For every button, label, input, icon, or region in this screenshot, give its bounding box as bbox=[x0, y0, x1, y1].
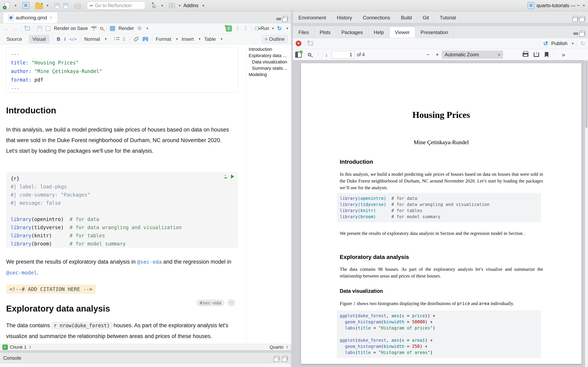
open-in-window-icon[interactable] bbox=[308, 42, 313, 45]
tab-packages[interactable]: Packages bbox=[336, 27, 368, 38]
pdf-viewport[interactable]: Housing Prices Mine Çetinkaya-Rundel Int… bbox=[293, 60, 588, 367]
tab-help[interactable]: Help bbox=[368, 27, 389, 38]
outline-item-modeling[interactable]: Modeling bbox=[249, 71, 291, 78]
chevron-down-icon[interactable]: ▾ bbox=[199, 37, 200, 41]
chevron-down-icon[interactable]: ▾ bbox=[286, 26, 288, 31]
r-code-chunk[interactable]: {r}#| label: load-pkgs#| code-summary: "… bbox=[6, 172, 238, 248]
chevron-down-icon[interactable]: ▾ bbox=[221, 37, 223, 41]
pdf-scrollbar[interactable] bbox=[585, 60, 588, 367]
paragraph-style-dropdown[interactable]: Normal bbox=[84, 36, 100, 42]
publish-button[interactable]: Publish bbox=[551, 41, 567, 46]
render-button[interactable]: Render bbox=[118, 26, 134, 31]
section-options-button[interactable]: ··· bbox=[227, 299, 235, 307]
page-number-input[interactable] bbox=[332, 51, 355, 58]
tab-files[interactable]: Files bbox=[293, 27, 314, 38]
outline-item-introduction[interactable]: Introduction bbox=[249, 46, 291, 52]
numbered-list-icon[interactable]: 1— 2— bbox=[123, 37, 126, 41]
sidebar-toggle-icon[interactable] bbox=[295, 52, 302, 58]
goto-file-input[interactable] bbox=[95, 3, 140, 8]
previous-page-icon[interactable]: ↑ bbox=[316, 52, 319, 58]
spinner-icon[interactable]: ⇕ bbox=[285, 345, 288, 350]
run-button[interactable]: Run ▾ bbox=[255, 26, 274, 31]
open-in-window-icon[interactable] bbox=[25, 26, 30, 31]
chevron-down-icon[interactable]: ▾ bbox=[47, 3, 49, 8]
close-icon[interactable]: × bbox=[49, 15, 52, 20]
print-button[interactable] bbox=[75, 4, 81, 8]
render-on-save-checkbox[interactable] bbox=[46, 26, 51, 31]
pdf-print-icon[interactable] bbox=[523, 53, 528, 57]
outline-item-data-visualization[interactable]: Data visualization bbox=[249, 59, 291, 65]
zoom-out-icon[interactable]: − bbox=[426, 51, 430, 58]
zoom-in-icon[interactable]: + bbox=[435, 51, 439, 58]
tab-viewer[interactable]: Viewer bbox=[389, 27, 415, 38]
refresh-icon[interactable]: ↻ bbox=[580, 40, 585, 47]
save-all-button[interactable] bbox=[63, 3, 69, 8]
chevron-down-icon[interactable]: ▾ bbox=[272, 26, 274, 31]
zoom-level-dropdown[interactable]: Automatic Zoom ∨ bbox=[442, 50, 503, 59]
stop-icon[interactable]: × bbox=[296, 41, 301, 46]
minimize-icon[interactable] bbox=[573, 33, 578, 35]
visual-mode-button[interactable]: Visual bbox=[29, 35, 49, 43]
bold-button[interactable]: B bbox=[57, 36, 60, 42]
source-mode-button[interactable]: Source bbox=[3, 35, 25, 43]
pane-layout-icon[interactable] bbox=[169, 3, 175, 8]
pdf-tools-expand-icon[interactable]: » bbox=[562, 51, 565, 58]
search-icon[interactable] bbox=[100, 27, 103, 30]
maximize-icon[interactable] bbox=[283, 356, 288, 360]
popout-icon[interactable] bbox=[275, 356, 279, 360]
rerun-icon[interactable]: ↻ bbox=[277, 25, 282, 32]
version-control-icon[interactable] bbox=[151, 2, 157, 8]
next-page-icon[interactable]: ↓ bbox=[325, 52, 328, 58]
save-button[interactable] bbox=[54, 3, 60, 8]
new-file-button[interactable]: + bbox=[3, 2, 11, 9]
run-chunks-above-icon[interactable] bbox=[224, 175, 228, 178]
pdf-download-icon[interactable] bbox=[534, 52, 539, 57]
doc-type-selector[interactable]: Quarto bbox=[270, 345, 283, 350]
go-down-icon[interactable]: ⇩ bbox=[243, 25, 248, 32]
open-file-button[interactable] bbox=[35, 4, 43, 9]
spellcheck-icon[interactable]: ABC✓ bbox=[91, 26, 97, 31]
yaml-front-matter[interactable]: ---title: "Housing Prices"author: "Mine … bbox=[6, 47, 238, 92]
chevron-down-icon[interactable]: ▾ bbox=[176, 37, 178, 41]
chevron-down-icon[interactable]: ▾ bbox=[105, 37, 107, 41]
tab-authoring-qmd[interactable]: authoring.qmd × bbox=[3, 12, 58, 23]
pdf-search-icon[interactable] bbox=[308, 53, 311, 56]
chevron-down-icon[interactable]: ▾ bbox=[572, 42, 574, 46]
link-icon[interactable] bbox=[133, 36, 139, 42]
image-icon[interactable] bbox=[143, 37, 148, 42]
goto-file-search[interactable]: ➦ bbox=[87, 2, 145, 9]
tab-git[interactable]: Git bbox=[417, 12, 434, 23]
pdf-bookmark-icon[interactable] bbox=[545, 52, 548, 57]
popout-icon[interactable] bbox=[573, 16, 578, 20]
insert-chunk-button[interactable]: C bbox=[226, 25, 232, 32]
maximize-icon[interactable] bbox=[580, 31, 585, 35]
tab-connections[interactable]: Connections bbox=[357, 12, 396, 23]
chevron-down-icon[interactable]: ▾ bbox=[161, 3, 163, 8]
tab-history[interactable]: History bbox=[332, 12, 358, 23]
run-chunk-icon[interactable] bbox=[231, 175, 234, 179]
tab-presentation[interactable]: Presentation bbox=[415, 27, 454, 38]
scrollbar-thumb[interactable] bbox=[585, 61, 588, 128]
insert-menu[interactable]: Insert bbox=[182, 36, 194, 42]
code-button[interactable]: </> bbox=[69, 37, 77, 42]
chevron-down-icon[interactable]: ▾ bbox=[203, 3, 204, 8]
addins-menu[interactable]: Addins bbox=[183, 3, 198, 8]
tab-environment[interactable]: Environment bbox=[293, 12, 332, 23]
italic-button[interactable]: I bbox=[64, 36, 66, 42]
bullet-list-icon[interactable] bbox=[114, 37, 120, 42]
spinner-icon[interactable]: ⇕ bbox=[29, 345, 32, 350]
chevron-down-icon[interactable]: ▾ bbox=[15, 3, 17, 8]
console-body[interactable] bbox=[0, 363, 291, 367]
chevron-down-icon[interactable]: ▾ bbox=[146, 26, 148, 31]
chevron-down-icon[interactable]: ▾ bbox=[179, 3, 181, 8]
document-canvas[interactable]: ---title: "Housing Prices"author: "Mine … bbox=[0, 44, 245, 344]
table-menu[interactable]: Table bbox=[204, 36, 216, 42]
format-menu[interactable]: Format bbox=[156, 36, 171, 42]
back-icon[interactable]: ← bbox=[3, 25, 9, 32]
minimize-icon[interactable] bbox=[276, 18, 281, 20]
gear-icon[interactable]: ⚙ bbox=[137, 25, 142, 32]
tab-build[interactable]: Build bbox=[396, 12, 417, 23]
maximize-icon[interactable] bbox=[283, 16, 288, 20]
maximize-icon[interactable] bbox=[580, 16, 585, 20]
console-pane-header[interactable]: Console bbox=[0, 352, 291, 363]
